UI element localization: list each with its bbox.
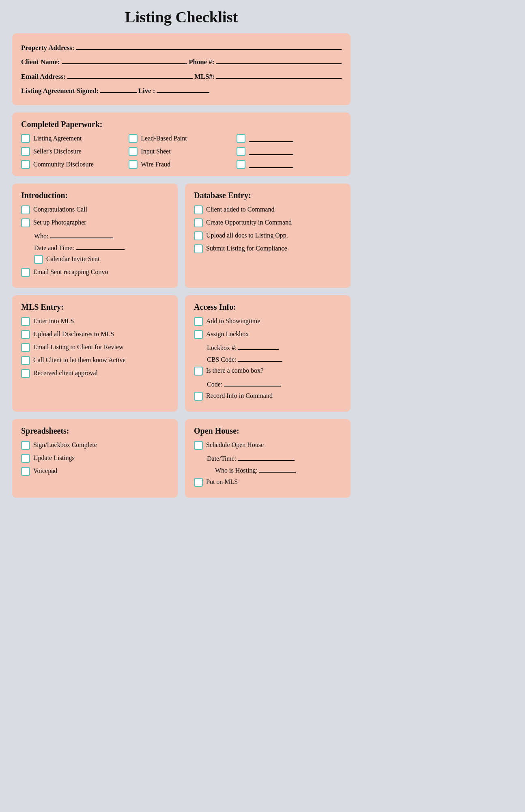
client-name-field[interactable]: [62, 63, 187, 64]
db-item-client-added: Client added to Command: [194, 205, 342, 214]
checkbox-lead-based-paint[interactable]: [129, 134, 138, 143]
spreadsheets-card: Spreadsheets: Sign/Lockbox Complete Upda…: [12, 419, 178, 498]
address-field[interactable]: [76, 49, 342, 50]
checkbox-voicepad[interactable]: [21, 467, 30, 476]
mls-item-enter: Enter into MLS: [21, 317, 169, 326]
paperwork-item-sellers-disclosure: Seller's Disclosure: [21, 147, 126, 156]
checkbox-sign-lockbox[interactable]: [21, 441, 30, 450]
mls-entry-card: MLS Entry: Enter into MLS Upload all Dis…: [12, 295, 178, 412]
address-label: Property Address:: [21, 41, 74, 55]
checkbox-lockbox[interactable]: [194, 330, 203, 339]
checkbox-congrats[interactable]: [21, 205, 30, 214]
agreement-label: Listing Agreement Signed:: [21, 84, 99, 98]
checkbox-upload-docs[interactable]: [194, 231, 203, 240]
mls-item-email-client: Email Listing to Client for Review: [21, 343, 169, 352]
checkbox-listing-agreement[interactable]: [21, 134, 30, 143]
introduction-list-2: Calendar Invite Sent Email Sent recappin…: [21, 255, 169, 277]
access-item-combo-box: Is there a combo box?: [194, 366, 342, 376]
cbs-code-field[interactable]: [238, 354, 282, 362]
extra-field-3[interactable]: [249, 161, 293, 168]
intro-item-calendar: Calendar Invite Sent: [21, 255, 169, 264]
checkbox-received-approval[interactable]: [21, 369, 30, 378]
paperwork-item-wire-fraud: Wire Fraud: [129, 160, 234, 169]
open-house-details: Date/Time: Who is Hosting:: [194, 454, 342, 474]
intro-item-email: Email Sent recapping Convo: [21, 268, 169, 277]
cbs-code-line: CBS Code:: [207, 354, 342, 363]
combo-box-details: Code:: [194, 379, 342, 388]
mls-item-call-client: Call Client to let them know Active: [21, 356, 169, 365]
live-field[interactable]: [157, 92, 209, 93]
lockbox-num-field[interactable]: [238, 343, 279, 350]
email-field[interactable]: [67, 78, 193, 79]
checkbox-email-client[interactable]: [21, 343, 30, 352]
agreement-field[interactable]: [100, 92, 137, 93]
checkbox-put-on-mls[interactable]: [194, 478, 203, 487]
access-item-record-command: Record Info in Command: [194, 391, 342, 401]
intro-database-row: Introduction: Congratulations Call Set u…: [12, 184, 351, 288]
introduction-list: Congratulations Call Set up Photographer: [21, 205, 169, 227]
checkbox-schedule-open-house[interactable]: [194, 441, 203, 450]
checkbox-calendar[interactable]: [34, 255, 43, 264]
client-phone-line: Client Name: Phone #:: [21, 55, 342, 69]
database-entry-card: Database Entry: Client added to Command …: [185, 184, 351, 288]
checkbox-create-opportunity[interactable]: [194, 218, 203, 227]
email-mls-line: Email Address: MLS#:: [21, 69, 342, 84]
open-house-hosting-field[interactable]: [259, 465, 296, 473]
spreadsheet-item-voicepad: Voicepad: [21, 466, 169, 476]
mls-item-received-approval: Received client approval: [21, 369, 169, 378]
checkbox-client-added[interactable]: [194, 205, 203, 214]
checkbox-record-command[interactable]: [194, 392, 203, 401]
checkbox-wire-fraud[interactable]: [129, 160, 138, 169]
checkbox-input-sheet[interactable]: [129, 147, 138, 156]
checkbox-email-recap[interactable]: [21, 268, 30, 277]
datetime-field[interactable]: [76, 243, 125, 250]
introduction-card: Introduction: Congratulations Call Set u…: [12, 184, 178, 288]
extra-field-1[interactable]: [249, 135, 293, 142]
access-info-list-2: Is there a combo box?: [194, 366, 342, 376]
access-info-list-3: Record Info in Command: [194, 391, 342, 401]
paperwork-item-extra-2: [237, 147, 342, 156]
access-item-lockbox: Assign Lockbox: [194, 330, 342, 339]
page-title: Listing Checklist: [12, 8, 351, 26]
checkbox-call-client[interactable]: [21, 356, 30, 365]
lockbox-details: Lockbox #: CBS Code:: [194, 343, 342, 363]
mls-entry-list: Enter into MLS Upload all Disclosures to…: [21, 317, 169, 378]
client-name-label: Client Name:: [21, 55, 60, 69]
who-field-line: Who:: [34, 231, 169, 240]
checkbox-extra-3[interactable]: [237, 160, 245, 169]
checkbox-submit-compliance[interactable]: [194, 244, 203, 253]
checkbox-showingtime[interactable]: [194, 317, 203, 326]
phone-field[interactable]: [216, 63, 342, 64]
mls-access-row: MLS Entry: Enter into MLS Upload all Dis…: [12, 295, 351, 412]
checkbox-community-disclosure[interactable]: [21, 160, 30, 169]
paperwork-card: Completed Paperwork: Listing Agreement L…: [12, 112, 351, 176]
open-house-item-schedule: Schedule Open House: [194, 441, 342, 450]
checkbox-extra-2[interactable]: [237, 147, 245, 156]
who-field[interactable]: [50, 231, 113, 238]
checkbox-photographer[interactable]: [21, 218, 30, 227]
introduction-title: Introduction:: [21, 191, 169, 200]
code-field[interactable]: [224, 379, 281, 387]
extra-field-2[interactable]: [249, 148, 293, 155]
checkbox-extra-1[interactable]: [237, 134, 245, 143]
checkbox-upload-disclosures[interactable]: [21, 330, 30, 339]
checkbox-sellers-disclosure[interactable]: [21, 147, 30, 156]
mls-field[interactable]: [216, 78, 342, 79]
intro-item-congrats: Congratulations Call: [21, 205, 169, 214]
spreadsheets-openhouse-row: Spreadsheets: Sign/Lockbox Complete Upda…: [12, 419, 351, 498]
checkbox-combo-box[interactable]: [194, 367, 203, 376]
open-house-datetime-field[interactable]: [238, 454, 295, 461]
agreement-live-line: Listing Agreement Signed: Live :: [21, 84, 342, 98]
spreadsheets-title: Spreadsheets:: [21, 426, 169, 436]
property-info-card: Property Address: Client Name: Phone #: …: [12, 33, 351, 105]
paperwork-item-lead-based-paint: Lead-Based Paint: [129, 134, 234, 143]
datetime-field-line: Date and Time:: [34, 243, 169, 252]
paperwork-item-listing-agreement: Listing Agreement: [21, 134, 126, 143]
live-label: Live :: [138, 84, 155, 98]
checkbox-update-listings[interactable]: [21, 454, 30, 463]
address-line: Property Address:: [21, 41, 342, 55]
db-item-upload-docs: Upload all docs to Listing Opp.: [194, 231, 342, 240]
checkbox-enter-mls[interactable]: [21, 317, 30, 326]
paperwork-title: Completed Paperwork:: [21, 120, 342, 129]
db-item-submit-compliance: Submit Listing for Compliance: [194, 244, 342, 253]
